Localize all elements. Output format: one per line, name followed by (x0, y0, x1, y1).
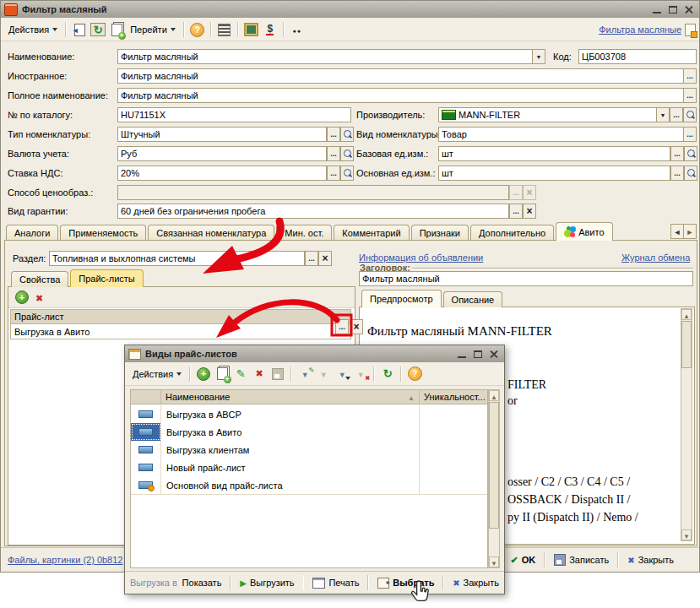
pricelist-ellipsis-button[interactable] (335, 319, 349, 334)
delete-row-button[interactable] (35, 291, 43, 304)
reread-button[interactable] (71, 21, 88, 38)
ad-title-field[interactable]: Фильтр масляный (359, 271, 693, 286)
refresh-button[interactable] (90, 21, 106, 38)
manufacturer-field[interactable]: MANN-FILTER (438, 107, 657, 122)
scrollbar-thumb[interactable] (681, 321, 692, 368)
tab-description[interactable]: Описание (443, 291, 503, 307)
dialog-minimize-button[interactable] (455, 349, 469, 360)
select-button[interactable]: Выбрать (372, 576, 439, 590)
table-row[interactable]: Выгрузка клиентам (131, 441, 487, 459)
add-row-button[interactable] (15, 290, 29, 304)
dialog-scrollbar[interactable] (488, 389, 500, 568)
exchange-journal-link[interactable]: Журнал обмена (621, 252, 690, 263)
main-unit-ellipsis-button[interactable] (670, 166, 684, 181)
tab-preview[interactable]: Предпросмотр (361, 290, 442, 307)
section-field[interactable]: Топливная и выхлопная системы (49, 251, 305, 266)
base-unit-open-button[interactable] (684, 146, 697, 161)
dialog-close-bottom-button[interactable]: Закрыть (448, 576, 504, 589)
table-row[interactable]: Основной вид прайс-листа (131, 476, 487, 495)
kind-ellipsis-button[interactable] (683, 127, 697, 142)
tab-attributes[interactable]: Признаки (411, 225, 469, 241)
pricing-method-field[interactable] (117, 185, 509, 200)
tab-avito[interactable]: Авито (556, 222, 612, 241)
scroll-up-button[interactable] (681, 309, 692, 320)
print-button[interactable]: Печать (307, 576, 364, 590)
help-button[interactable]: ? (189, 21, 206, 38)
dialog-help-button[interactable]: ? (406, 366, 423, 383)
warranty-ellipsis-button[interactable] (509, 204, 523, 219)
ok-button[interactable]: OK (506, 553, 541, 567)
structure-button[interactable] (216, 21, 233, 38)
kind-field[interactable]: Товар (438, 127, 684, 142)
tab-min-stock[interactable]: Мин. ост. (276, 225, 332, 241)
currency-ellipsis-button[interactable] (327, 146, 340, 161)
tab-applicability[interactable]: Применяемость (60, 225, 146, 241)
name-field[interactable]: Фильтр масляный (117, 49, 533, 64)
edit-button[interactable] (232, 366, 249, 383)
window-title-bar[interactable]: Фильтр масляный (1, 1, 699, 18)
vat-field[interactable]: 20% (117, 166, 327, 181)
pricelist-clear-button[interactable] (350, 319, 363, 334)
dialog-refresh-button[interactable] (379, 366, 396, 383)
code-field[interactable]: ЦБ003708 (578, 49, 697, 64)
main-unit-field[interactable]: шт (438, 166, 670, 181)
subtab-pricelists[interactable]: Прайс-листы (70, 269, 143, 287)
dialog-maximize-button[interactable] (471, 349, 485, 360)
manufacturer-dropdown-button[interactable] (656, 107, 670, 122)
currency-field[interactable]: Руб (117, 146, 327, 161)
warranty-clear-button[interactable] (523, 204, 536, 219)
table-row[interactable]: Новый прайс-лист (131, 459, 487, 477)
name-column-header[interactable]: Наименование (161, 390, 420, 404)
preview-scrollbar[interactable] (681, 308, 692, 541)
manufacturer-open-button[interactable] (683, 107, 697, 122)
dialog-title-bar[interactable]: Виды прайс-листов (125, 345, 504, 362)
copy-add-button[interactable] (108, 21, 125, 38)
dialog-close-button[interactable] (487, 349, 501, 360)
section-clear-button[interactable] (318, 251, 332, 266)
vat-open-button[interactable] (340, 166, 354, 181)
warranty-field[interactable]: 60 дней без ограничения пробега (117, 204, 509, 219)
minimize-button[interactable] (650, 4, 664, 15)
filter-sort-button[interactable]: ✎ (296, 366, 313, 383)
uniqueness-column-header[interactable]: Уникальност... (420, 390, 487, 404)
catalog-number-field[interactable]: HU71151X (117, 107, 351, 122)
base-unit-ellipsis-button[interactable] (670, 146, 684, 161)
actions-menu[interactable]: Действия (4, 23, 62, 36)
scroll-down-button[interactable] (489, 556, 499, 567)
subtab-properties[interactable]: Свойства (11, 271, 68, 287)
manufacturer-ellipsis-button[interactable] (670, 107, 683, 122)
scroll-down-button[interactable] (681, 529, 692, 540)
show-button[interactable]: Показать (177, 576, 227, 589)
close-window-button[interactable]: Закрыть (622, 553, 679, 567)
add-button[interactable] (195, 366, 212, 383)
type-ellipsis-button[interactable] (327, 127, 340, 142)
files-images-link[interactable]: Файлы, картинки (2) 0b812 (8, 555, 122, 565)
name-dropdown-button[interactable] (532, 49, 545, 64)
type-field[interactable]: Штучный (117, 127, 327, 142)
close-button[interactable] (682, 4, 696, 15)
tab-additional[interactable]: Дополнительно (470, 225, 554, 241)
table-row-selected[interactable]: Выгрузка в Авито (131, 423, 487, 442)
scroll-up-button[interactable] (489, 390, 499, 401)
ad-info-link[interactable]: Информация об объявлении (359, 252, 483, 263)
foreign-ellipsis-button[interactable] (683, 68, 697, 84)
foreign-field[interactable]: Фильтр масляный (117, 68, 684, 84)
prices-button[interactable]: $ (262, 21, 279, 38)
delete-button[interactable] (251, 366, 268, 383)
dialog-actions-menu[interactable]: Действия (128, 367, 186, 381)
tab-linked-items[interactable]: Связанная номенклатура (148, 225, 274, 241)
tab-scroll-left-button[interactable] (670, 224, 684, 239)
find-button[interactable] (289, 21, 306, 38)
images-button[interactable] (243, 21, 260, 38)
parent-catalog-link[interactable]: Фильтра масляные (599, 24, 681, 35)
pricelist-row[interactable]: Выгрузка в Авито (10, 324, 351, 339)
save-button[interactable]: Записать (549, 552, 614, 567)
scrollbar-thumb[interactable] (489, 402, 499, 529)
table-row[interactable]: Выгрузка в ABCP (131, 405, 487, 424)
main-unit-open-button[interactable] (684, 166, 697, 181)
upload-button[interactable]: Выгрузить (235, 576, 299, 589)
fullname-ellipsis-button[interactable] (683, 88, 697, 103)
maximize-button[interactable] (666, 4, 680, 15)
tab-scroll-right-button[interactable] (683, 224, 697, 239)
filter-history-button[interactable] (334, 366, 350, 383)
